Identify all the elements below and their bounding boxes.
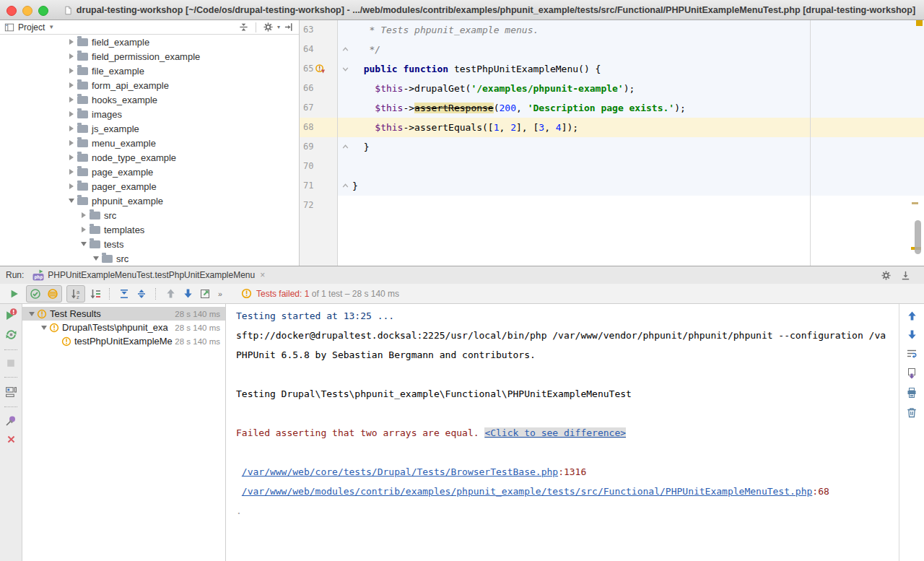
play-button[interactable] <box>6 286 23 302</box>
gear-icon[interactable] <box>263 22 274 32</box>
code-text[interactable]: $this->assertEquals([1, 2], [3, 4]); <box>352 118 924 137</box>
minimize-window-button[interactable] <box>22 6 32 16</box>
chevron-right-icon[interactable] <box>69 155 74 160</box>
chevron-down-icon[interactable] <box>93 256 99 261</box>
project-tree-item-node_type_example[interactable]: node_type_example <box>0 150 299 165</box>
code-text[interactable] <box>352 196 924 215</box>
soft-wrap-icon[interactable] <box>906 348 918 360</box>
chevron-right-icon[interactable] <box>69 82 74 88</box>
console-link[interactable]: /var/www/web/core/tests/Drupal/Tests/Bro… <box>242 466 558 477</box>
code-text[interactable]: * Tests phpunit_example menus. <box>352 20 924 40</box>
editor-line-64[interactable]: 64 */ <box>300 40 924 59</box>
code-text[interactable]: } <box>352 176 924 196</box>
project-tree-item-file_example[interactable]: file_example <box>0 64 299 78</box>
show-passed-button[interactable] <box>27 286 44 302</box>
code-text[interactable] <box>352 157 924 176</box>
prev-failed-button[interactable] <box>162 286 179 302</box>
chevron-right-icon[interactable] <box>69 111 74 117</box>
project-tree-item-src[interactable]: src <box>0 208 299 222</box>
close-icon[interactable] <box>6 435 16 444</box>
scrollbar-warning-mark[interactable] <box>912 202 918 204</box>
sort-duration-button[interactable] <box>87 286 104 302</box>
chevron-right-icon[interactable] <box>69 39 74 45</box>
fold-gutter[interactable] <box>338 176 352 196</box>
editor-line-66[interactable]: 66 $this->drupalGet('/examples/phpunit-e… <box>300 79 924 98</box>
fold-gutter[interactable] <box>338 40 352 59</box>
restore-layout-icon[interactable] <box>5 386 17 398</box>
minimize-panel-icon[interactable] <box>900 270 911 281</box>
import-results-button[interactable] <box>196 286 214 302</box>
editor-line-72[interactable]: 72 <box>300 196 924 215</box>
fold-marker-icon[interactable] <box>341 45 349 53</box>
console-link[interactable]: /var/www/web/modules/contrib/examples/ph… <box>242 486 813 497</box>
print-icon[interactable] <box>906 387 918 399</box>
project-tree-item-phpunit_example[interactable]: phpunit_example <box>0 193 299 208</box>
chevron-down-icon[interactable] <box>69 199 74 203</box>
chevron-down-icon[interactable]: ▾ <box>277 24 280 30</box>
fold-gutter[interactable] <box>338 59 352 79</box>
project-tree-item-hooks_example[interactable]: hooks_example <box>0 92 299 107</box>
chevron-right-icon[interactable] <box>69 183 74 189</box>
project-tree-item-pager_example[interactable]: pager_example <box>0 179 299 193</box>
editor-scrollbar-thumb[interactable] <box>915 220 921 254</box>
code-text[interactable]: public function testPhpUnitExampleMenu()… <box>352 59 924 79</box>
stop-icon[interactable] <box>6 358 16 368</box>
close-window-button[interactable] <box>6 6 17 16</box>
project-tree-item-tests[interactable]: tests <box>0 237 299 251</box>
editor-line-71[interactable]: 71} <box>300 176 924 196</box>
test-tree-row[interactable]: testPhpUnitExampleMe28 s 140 ms <box>22 334 225 348</box>
editor-line-67[interactable]: 67 $this->assertResponse(200, 'Descripti… <box>300 98 924 118</box>
editor-line-65[interactable]: 65 public function testPhpUnitExampleMen… <box>300 59 924 79</box>
zoom-window-button[interactable] <box>38 6 48 16</box>
test-console-output[interactable]: Testing started at 13:25 ...sftp://docke… <box>226 304 899 561</box>
code-text[interactable]: $this->drupalGet('/examples/phpunit-exam… <box>352 79 924 98</box>
chevron-right-icon[interactable] <box>69 53 74 59</box>
chevron-right-icon[interactable] <box>82 212 86 218</box>
more-button[interactable]: » <box>214 286 231 302</box>
chevron-down-icon[interactable]: ▼ <box>48 24 54 30</box>
project-tree-item-images[interactable]: images <box>0 107 299 121</box>
sort-alpha-button[interactable]: az <box>66 285 85 303</box>
project-tree-item-field_example[interactable]: field_example <box>0 35 299 49</box>
pin-icon[interactable] <box>5 415 17 427</box>
chevron-down-icon[interactable] <box>81 242 87 246</box>
run-configuration-tab[interactable]: php PHPUnitExampleMenuTest.testPhpUnitEx… <box>28 266 269 284</box>
project-tree-item-src[interactable]: src <box>0 251 299 266</box>
expand-all-button[interactable] <box>116 286 133 302</box>
chevron-right-icon[interactable] <box>69 126 74 131</box>
code-text[interactable]: } <box>352 137 924 157</box>
code-text[interactable]: $this->assertResponse(200, 'Description … <box>352 98 924 118</box>
test-tree-row[interactable]: Test Results28 s 140 ms <box>22 307 225 321</box>
editor-line-68[interactable]: 68 $this->assertEquals([1, 2], [3, 4]); <box>300 118 924 137</box>
chevron-right-icon[interactable] <box>69 68 74 74</box>
close-tab-icon[interactable]: × <box>260 270 265 280</box>
editor-empty-area[interactable] <box>338 215 924 266</box>
fold-marker-icon[interactable] <box>341 65 349 73</box>
chevron-right-icon[interactable] <box>82 227 86 232</box>
gear-icon[interactable] <box>881 270 892 281</box>
chevron-right-icon[interactable] <box>69 140 74 146</box>
fold-marker-icon[interactable] <box>341 182 349 190</box>
chevron-down-icon[interactable] <box>41 326 47 330</box>
collapse-all-button[interactable] <box>133 286 150 302</box>
editor-line-69[interactable]: 69 } <box>300 137 924 157</box>
test-failed-gutter-icon[interactable] <box>315 64 326 74</box>
code-text[interactable]: */ <box>352 40 924 59</box>
test-tree-row[interactable]: Drupal\Tests\phpunit_exa28 s 140 ms <box>22 321 225 334</box>
project-tree-item-form_api_example[interactable]: form_api_example <box>0 78 299 92</box>
show-ignored-button[interactable] <box>44 286 61 302</box>
rerun-icon[interactable] <box>5 329 17 341</box>
up-stack-icon[interactable] <box>907 310 918 321</box>
trash-icon[interactable] <box>906 406 918 418</box>
editor-line-70[interactable]: 70 <box>300 157 924 176</box>
fold-gutter[interactable] <box>338 137 352 157</box>
collapse-all-icon[interactable] <box>238 22 249 32</box>
next-failed-button[interactable] <box>179 286 196 302</box>
chevron-right-icon[interactable] <box>69 169 74 175</box>
hide-panel-icon[interactable] <box>284 22 295 32</box>
project-tree-item-js_example[interactable]: js_example <box>0 121 299 136</box>
code-editor[interactable]: 63 * Tests phpunit_example menus.64 */65… <box>300 20 924 266</box>
console-link[interactable]: <Click to see difference> <box>484 427 626 438</box>
scroll-end-icon[interactable] <box>906 368 918 379</box>
rerun-failed-icon[interactable] <box>5 308 17 321</box>
